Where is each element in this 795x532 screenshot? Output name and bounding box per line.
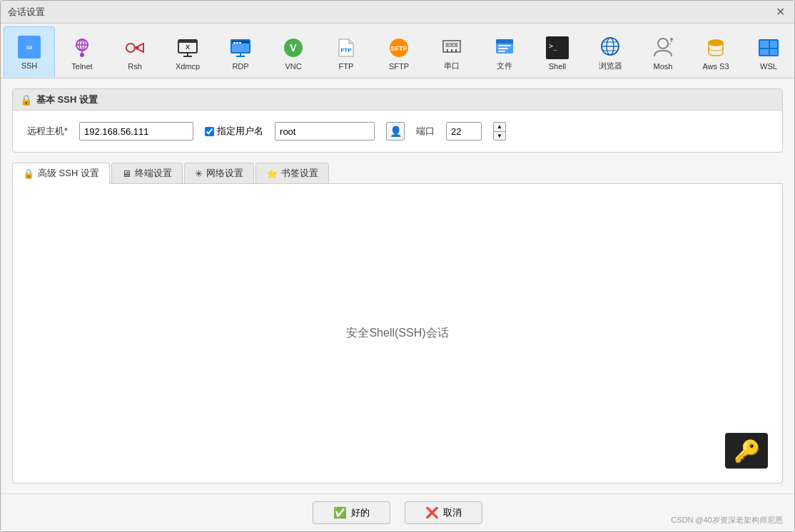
svg-point-6	[80, 53, 84, 57]
user-icon-button[interactable]: 👤	[386, 122, 405, 140]
svg-text:⌨: ⌨	[26, 42, 33, 53]
proto-tab-mosh[interactable]: Mosh	[637, 26, 689, 78]
host-label: 远程主机*	[27, 125, 68, 138]
basic-ssh-header: 🔒 基本 SSH 设置	[13, 89, 782, 111]
basic-ssh-panel: 🔒 基本 SSH 设置 远程主机* 指定用户名 👤 端口 ▲ ▼	[12, 88, 783, 153]
cancel-label: 取消	[443, 506, 462, 519]
vnc-icon: V	[282, 36, 305, 59]
tab-bookmark[interactable]: ⭐ 书签设置	[255, 163, 329, 183]
proto-tab-rsh[interactable]: Rsh	[109, 26, 161, 78]
close-button[interactable]: ✕	[773, 5, 787, 19]
titlebar: 会话设置 ✕	[1, 1, 794, 24]
svg-rect-50	[760, 49, 769, 55]
tab-terminal-label: 终端设置	[135, 167, 172, 180]
footer: ✅ 好的 ❌ 取消 CSDN @40岁资深老架构师尼恩	[1, 493, 794, 531]
basic-ssh-title: 基本 SSH 设置	[36, 93, 98, 106]
svg-rect-19	[239, 42, 241, 44]
port-spinner[interactable]: ▲ ▼	[493, 122, 506, 140]
xdmcp-icon: X	[176, 36, 199, 59]
tab-terminal-icon: 🖥	[122, 168, 131, 179]
svg-rect-35	[498, 51, 505, 52]
svg-text:>_: >_	[549, 42, 558, 51]
proto-sftp-label: SFTP	[389, 62, 409, 71]
svg-rect-18	[236, 42, 238, 44]
proto-tab-telnet[interactable]: Telnet	[56, 26, 108, 78]
basic-ssh-body: 远程主机* 指定用户名 👤 端口 ▲ ▼	[13, 111, 782, 152]
svg-point-44	[670, 38, 673, 41]
ok-button[interactable]: ✅ 好的	[313, 501, 390, 524]
svg-text:V: V	[290, 42, 297, 53]
file-icon	[493, 35, 516, 58]
advanced-tab-bar: 🔒 高级 SSH 设置 🖥 终端设置 ✳ 网络设置 ⭐ 书签设置	[12, 163, 783, 184]
port-label: 端口	[416, 125, 435, 138]
sftp-icon: SFTP	[388, 36, 410, 59]
key-icon-large: 🔑	[725, 433, 768, 469]
dialog-title: 会话设置	[8, 6, 45, 19]
proto-rdp-label: RDP	[232, 62, 248, 71]
tab-terminal[interactable]: 🖥 终端设置	[111, 163, 183, 183]
dialog: 会话设置 ✕ ⌨ SSH	[0, 0, 795, 532]
serial-icon	[440, 35, 463, 58]
proto-tab-rdp[interactable]: RDP	[215, 26, 266, 78]
proto-awss3-label: Aws S3	[702, 62, 729, 71]
proto-tab-serial[interactable]: 串口	[426, 26, 477, 78]
watermark: CSDN @40岁资深老架构师尼恩	[671, 515, 783, 526]
svg-point-43	[658, 39, 668, 48]
proto-tab-wsl[interactable]: WSL	[743, 26, 794, 78]
proto-tab-ssh[interactable]: ⌨ SSH	[4, 26, 55, 78]
username-checkbox-label[interactable]: 指定用户名	[217, 125, 263, 138]
svg-rect-33	[498, 45, 511, 46]
proto-tab-sftp[interactable]: SFTP SFTP	[373, 26, 425, 78]
proto-rsh-label: Rsh	[128, 62, 142, 71]
cancel-button[interactable]: ❌ 取消	[405, 501, 482, 524]
proto-wsl-label: WSL	[760, 62, 777, 71]
shell-icon: >_	[546, 36, 569, 59]
tab-network-icon: ✳	[195, 168, 203, 179]
browser-icon	[599, 35, 622, 58]
tab-bookmark-icon: ⭐	[266, 168, 278, 179]
proto-ftp-label: FTP	[339, 62, 354, 71]
port-spin-up[interactable]: ▲	[493, 122, 506, 131]
advanced-body: 安全Shell(SSH)会话 🔑	[12, 184, 783, 484]
proto-xdmcp-label: Xdmcp	[176, 62, 200, 71]
proto-browser-label: 浏览器	[599, 61, 622, 71]
proto-tab-ftp[interactable]: FTP FTP	[320, 26, 372, 78]
proto-telnet-label: Telnet	[71, 62, 92, 71]
main-content: 🔒 基本 SSH 设置 远程主机* 指定用户名 👤 端口 ▲ ▼	[1, 78, 794, 493]
proto-tab-vnc[interactable]: V VNC	[268, 26, 319, 78]
proto-tab-file[interactable]: 文件	[479, 26, 530, 78]
port-input[interactable]	[446, 122, 482, 140]
port-spin-down[interactable]: ▼	[493, 131, 506, 140]
username-input[interactable]	[275, 122, 375, 140]
ok-label: 好的	[351, 506, 370, 519]
svg-text:FTP: FTP	[340, 47, 352, 53]
proto-tab-awss3[interactable]: Aws S3	[690, 26, 741, 78]
rdp-icon	[229, 36, 252, 59]
wsl-icon	[757, 36, 780, 59]
proto-vnc-label: VNC	[285, 62, 301, 71]
host-input[interactable]	[79, 122, 193, 140]
proto-tab-browser[interactable]: 浏览器	[584, 26, 636, 78]
ssh-icon: ⌨	[18, 36, 41, 58]
proto-ssh-label: SSH	[21, 61, 38, 70]
rsh-icon	[123, 36, 146, 59]
proto-file-label: 文件	[497, 61, 512, 71]
tab-network[interactable]: ✳ 网络设置	[184, 163, 254, 183]
svg-rect-10	[178, 40, 197, 43]
ok-icon: ✅	[333, 506, 347, 519]
username-checkbox[interactable]	[205, 127, 214, 136]
mosh-icon	[652, 36, 674, 59]
proto-tab-xdmcp[interactable]: X Xdmcp	[162, 26, 213, 78]
svg-rect-17	[233, 42, 236, 44]
svg-rect-48	[760, 41, 769, 48]
tab-ssh-adv-icon: 🔒	[23, 168, 34, 179]
protocol-bar: ⌨ SSH Telnet	[1, 24, 794, 78]
tab-ssh-adv-label: 高级 SSH 设置	[38, 167, 99, 180]
proto-tab-shell[interactable]: >_ Shell	[532, 26, 583, 78]
tab-ssh-advanced[interactable]: 🔒 高级 SSH 设置	[12, 163, 110, 184]
proto-serial-label: 串口	[444, 61, 460, 71]
key-emoji: 🔑	[734, 439, 760, 464]
tab-bookmark-label: 书签设置	[281, 167, 318, 180]
ftp-icon: FTP	[335, 36, 358, 59]
cancel-icon: ❌	[425, 506, 439, 519]
